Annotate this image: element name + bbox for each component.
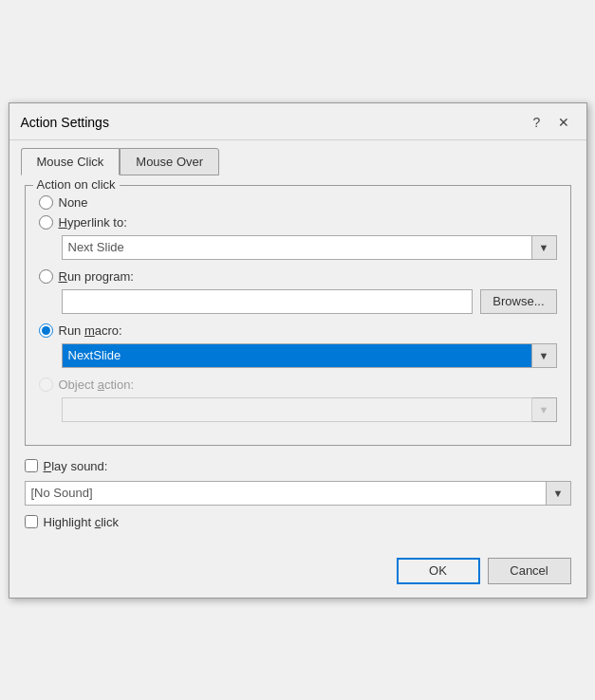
run-macro-radio[interactable] xyxy=(39,323,53,338)
title-bar-right: ? ✕ xyxy=(526,111,575,134)
run-macro-dropdown[interactable]: NextSlide xyxy=(62,343,532,368)
hyperlink-radio[interactable] xyxy=(39,215,53,230)
play-sound-dropdown-arrow[interactable]: ▼ xyxy=(547,481,571,506)
run-program-input[interactable] xyxy=(62,289,474,314)
play-sound-dropdown-row: [No Sound] ▼ xyxy=(25,481,571,506)
dialog-title: Action Settings xyxy=(21,115,109,130)
play-sound-dropdown[interactable]: [No Sound] xyxy=(25,481,547,506)
run-macro-dropdown-row: NextSlide ▼ xyxy=(62,343,557,368)
play-sound-checkbox[interactable] xyxy=(25,459,38,472)
hyperlink-option-row: Hyperlink to: xyxy=(39,215,557,230)
object-action-dropdown-arrow: ▼ xyxy=(532,397,557,422)
object-action-radio[interactable] xyxy=(39,378,53,392)
object-action-dropdown xyxy=(62,397,532,422)
dialog-body: Action on click None Hyperlink to: Next … xyxy=(9,175,586,550)
close-button[interactable]: ✕ xyxy=(552,111,575,134)
hyperlink-dropdown-row: Next Slide ▼ xyxy=(62,235,557,260)
hyperlink-dropdown-arrow[interactable]: ▼ xyxy=(532,235,557,260)
play-sound-row: Play sound: xyxy=(25,459,571,473)
run-program-label: Run program: xyxy=(59,269,134,284)
run-macro-option-row: Run macro: xyxy=(39,323,557,338)
dialog-footer: OK Cancel xyxy=(9,550,586,598)
highlight-click-checkbox[interactable] xyxy=(25,515,38,528)
object-action-option-row: Object action: xyxy=(39,378,557,392)
none-option-row: None xyxy=(39,195,557,210)
title-bar: Action Settings ? ✕ xyxy=(9,103,586,140)
hyperlink-dropdown[interactable]: Next Slide xyxy=(62,235,532,260)
play-sound-label: Play sound: xyxy=(44,459,108,473)
action-on-click-group: Action on click None Hyperlink to: Next … xyxy=(25,185,571,446)
title-bar-left: Action Settings xyxy=(21,115,109,130)
action-group-label: Action on click xyxy=(33,177,120,192)
highlight-click-row: Highlight click xyxy=(25,515,571,529)
cancel-button[interactable]: Cancel xyxy=(488,558,571,584)
run-macro-label: Run macro: xyxy=(59,323,122,338)
highlight-click-label: Highlight click xyxy=(44,515,119,529)
run-program-input-row: Browse... xyxy=(62,289,557,314)
help-button[interactable]: ? xyxy=(526,111,549,134)
hyperlink-label: Hyperlink to: xyxy=(59,215,127,230)
run-program-radio[interactable] xyxy=(39,269,53,284)
object-action-label: Object action: xyxy=(59,378,135,392)
run-macro-dropdown-arrow[interactable]: ▼ xyxy=(532,343,557,368)
tab-mouse-over[interactable]: Mouse Over xyxy=(120,148,219,175)
tab-bar: Mouse Click Mouse Over xyxy=(9,140,586,175)
object-action-dropdown-row: ▼ xyxy=(62,397,557,422)
none-label: None xyxy=(59,195,88,210)
none-radio[interactable] xyxy=(39,195,53,210)
browse-button[interactable]: Browse... xyxy=(480,289,556,314)
ok-button[interactable]: OK xyxy=(397,558,480,584)
action-settings-dialog: Action Settings ? ✕ Mouse Click Mouse Ov… xyxy=(9,102,587,599)
tab-mouse-click[interactable]: Mouse Click xyxy=(21,148,121,175)
run-program-option-row: Run program: xyxy=(39,269,557,284)
